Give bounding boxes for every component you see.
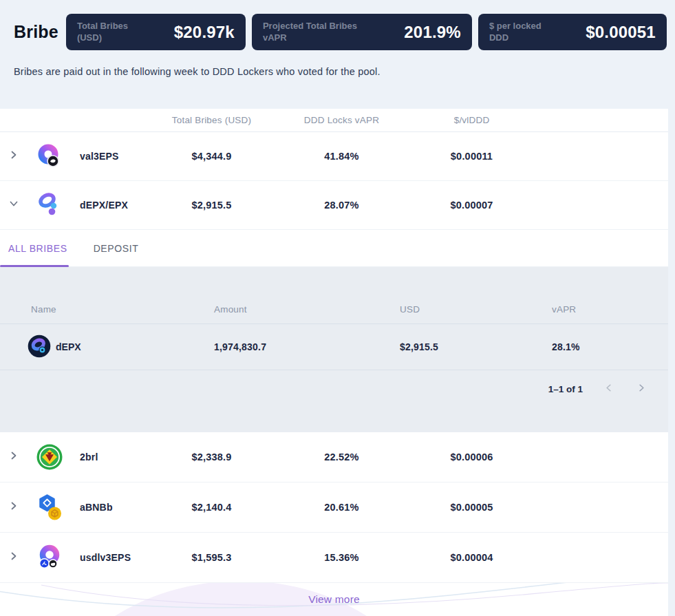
pool-total-bribes: $2,338.9 (147, 452, 277, 463)
pool-name: dEPX/EPX (72, 200, 147, 211)
stat-value: $0.00051 (586, 23, 656, 42)
pool-per-vlddd: $0.00006 (407, 452, 537, 463)
pagination-prev-button[interactable] (601, 381, 616, 396)
expand-row-button[interactable] (0, 450, 28, 464)
stat-label: Projected Total Bribes vAPR (263, 21, 380, 44)
pool-total-bribes: $2,915.5 (147, 200, 277, 211)
tab-deposit[interactable]: DEPOSIT (94, 243, 139, 254)
stat-card-per-locked-ddd: $ per locked DDD $0.00051 (478, 14, 667, 50)
column-per-vlddd: $/vlDDD (407, 115, 537, 125)
abnbb-token-icon (28, 492, 72, 522)
bribe-description: Bribes are paid out in the following wee… (14, 64, 396, 79)
pool-total-bribes: $4,344.9 (147, 151, 277, 162)
stat-value: 201.9% (404, 23, 461, 42)
pool-vapr: 41.84% (277, 151, 407, 162)
pool-table-header: Total Bribes (USD) DDD Locks vAPR $/vlDD… (0, 109, 668, 132)
bribes-pagination: 1–1 of 1 (0, 370, 668, 407)
pool-per-vlddd: $0.00011 (407, 151, 537, 162)
pool-vapr: 15.36% (277, 552, 407, 563)
chevron-right-icon (8, 450, 19, 464)
pool-vapr: 22.52% (277, 452, 407, 463)
column-vapr: vAPR (552, 304, 668, 315)
column-total-bribes: Total Bribes (USD) (147, 115, 277, 125)
chevron-left-icon (603, 383, 614, 396)
stats-row: Total Bribes (USD) $20.97k Projected Tot… (66, 14, 667, 50)
pool-row-abnbb[interactable]: aBNBb $2,140.4 20.61% $0.00005 (0, 482, 668, 533)
stat-card-projected-vapr: Projected Total Bribes vAPR 201.9% (252, 14, 472, 50)
chevron-right-icon (8, 500, 19, 514)
bribe-vapr: 28.1% (552, 341, 668, 352)
expand-row-button[interactable] (0, 149, 28, 163)
2brl-token-icon (28, 443, 72, 471)
pool-name: aBNBb (72, 502, 147, 513)
bribe-amount: 1,974,830.7 (214, 341, 400, 352)
pool-row-2brl[interactable]: 2brl $2,338.9 22.52% $0.00006 (0, 432, 668, 482)
column-ddd-locks-vapr: DDD Locks vAPR (277, 115, 407, 125)
pool-row-val3eps[interactable]: val3EPS $4,344.9 41.84% $0.00011 (0, 132, 668, 181)
pool-name: usdlv3EPS (72, 552, 147, 563)
bribes-tabs: ALL BRIBES DEPOSIT (0, 230, 668, 267)
stat-card-total-bribes: Total Bribes (USD) $20.97k (66, 14, 246, 50)
page-title: Bribe (14, 22, 58, 42)
pool-per-vlddd: $0.00007 (407, 200, 537, 211)
usdlv3eps-token-icon (28, 543, 72, 572)
all-bribes-panel: Name Amount USD vAPR dEP (0, 267, 668, 432)
pagination-range-label: 1–1 of 1 (548, 384, 583, 394)
chevron-right-icon (636, 383, 647, 396)
table-footer: View more (0, 583, 668, 616)
collapse-row-button[interactable] (0, 198, 28, 212)
pool-per-vlddd: $0.00005 (407, 502, 537, 513)
column-name: Name (28, 304, 214, 315)
tab-all-bribes[interactable]: ALL BRIBES (8, 243, 67, 254)
bribe-token-name: dEPX (56, 341, 81, 352)
view-more-link[interactable]: View more (308, 593, 360, 606)
bribe-row-depx: dEPX 1,974,830.7 $2,915.5 28.1% (0, 324, 668, 370)
pool-row-usdlv3eps[interactable]: usdlv3EPS $1,595.3 15.36% $0.00004 (0, 533, 668, 583)
chevron-right-icon (8, 149, 19, 163)
expand-row-button[interactable] (0, 500, 28, 514)
pool-total-bribes: $2,140.4 (147, 502, 277, 513)
pool-per-vlddd: $0.00004 (407, 552, 537, 563)
depx-epx-token-icon (28, 191, 72, 219)
bribes-table-header: Name Amount USD vAPR (0, 295, 668, 324)
pool-vapr: 20.61% (277, 502, 407, 513)
stat-label: $ per locked DDD (489, 21, 558, 44)
chevron-right-icon (8, 551, 19, 564)
bribe-header-section: Bribe Total Bribes (USD) $20.97k Project… (0, 0, 675, 109)
column-amount: Amount (214, 304, 400, 315)
bribe-usd: $2,915.5 (400, 341, 552, 352)
pool-name: val3EPS (72, 151, 147, 162)
column-usd: USD (400, 304, 552, 315)
chevron-down-icon (8, 198, 19, 212)
stat-label: Total Bribes (USD) (77, 21, 146, 44)
pool-row-depx-epx[interactable]: dEPX/EPX $2,915.5 28.07% $0.00007 (0, 181, 668, 230)
pool-name: 2brl (72, 452, 147, 463)
stat-value: $20.97k (174, 23, 235, 42)
pool-total-bribes: $1,595.3 (147, 552, 277, 563)
val3eps-token-icon (28, 142, 72, 170)
pool-vapr: 28.07% (277, 200, 407, 211)
expand-row-button[interactable] (0, 551, 28, 564)
page-background-rail (668, 0, 675, 616)
pagination-next-button[interactable] (634, 381, 649, 396)
active-tab-underline (0, 265, 69, 267)
depx-token-icon (28, 334, 51, 360)
